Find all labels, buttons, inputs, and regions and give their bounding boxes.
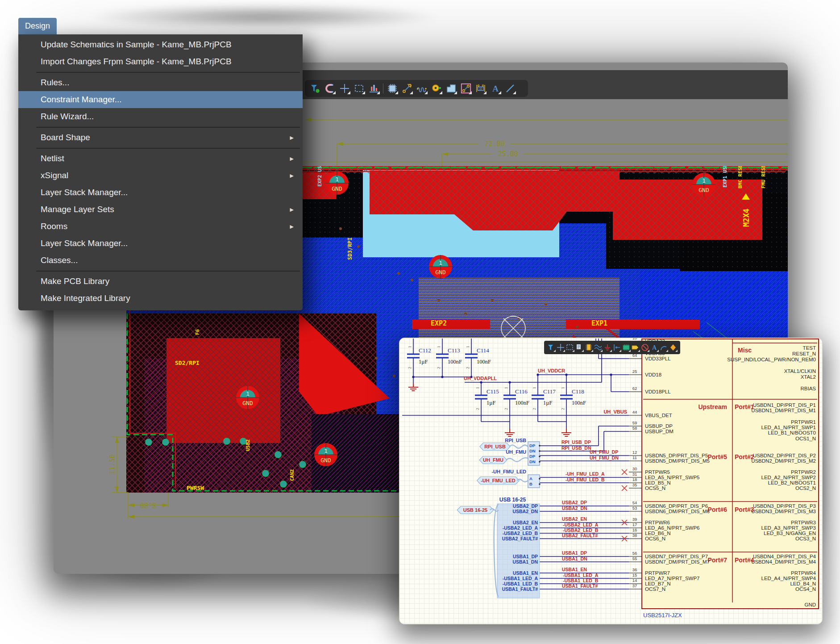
capacitor-c117[interactable]: C1171µF12 <box>532 387 556 410</box>
svg-text:-USBA2_LED_A: -USBA2_LED_A <box>503 525 538 531</box>
svg-text:LED_B2_N/BOOST1: LED_B2_N/BOOST1 <box>768 480 816 485</box>
svg-text:DN: DN <box>529 459 536 464</box>
schematic-panel[interactable]: C1121µF12C113100nF12C114100nF12C1151µF12… <box>399 338 823 624</box>
svg-text:LED_A1_N/PRT_SWP1: LED_A1_N/PRT_SWP1 <box>761 425 816 430</box>
menu-design[interactable]: Design <box>18 18 57 34</box>
svg-text:LED_B7_N: LED_B7_N <box>645 581 671 586</box>
toolbar-separator <box>383 84 383 93</box>
schematic-canvas[interactable]: C1121µF12C113100nF12C114100nF12C1151µF12… <box>399 338 823 624</box>
svg-text:RPI_USB_DP: RPI_USB_DP <box>561 439 591 445</box>
svg-text:USBA2_DN: USBA2_DN <box>512 509 538 514</box>
svg-text:USBDN4_DP/PRT_DIS_P4: USBDN4_DP/PRT_DIS_P4 <box>753 554 816 559</box>
svg-text:USBDN1_DP/PRT_DIS_P1: USBDN1_DP/PRT_DIS_P1 <box>753 402 816 408</box>
svg-text:USBDN6_DP/PRT_DIS_P6: USBDN6_DP/PRT_DIS_P6 <box>645 503 708 509</box>
svg-text:-UH_FMU_LED_A: -UH_FMU_LED_A <box>566 471 605 477</box>
ground-symbol <box>408 383 418 391</box>
probe-icon[interactable] <box>669 343 678 352</box>
no-erc-icon[interactable] <box>640 343 649 352</box>
polygon-icon[interactable] <box>445 83 457 94</box>
menu-item-import-changes-frpm-sample-kame-mb-prjpcb[interactable]: Import Changes Frpm Sample - Kame_MB.Prj… <box>18 53 303 70</box>
menu-item-board-shape[interactable]: Board Shape▶ <box>18 129 303 146</box>
svg-text:VBUS_DET: VBUS_DET <box>645 413 672 418</box>
capacitor-c114[interactable]: C114100nF12 <box>465 346 491 369</box>
menu-item-classes[interactable]: Classes... <box>18 252 303 269</box>
svg-text:C115: C115 <box>487 388 499 395</box>
svg-text:2: 2 <box>437 367 441 369</box>
net-tag-uh-fmu-led[interactable]: -UH_FMU_LED <box>477 477 520 485</box>
menu-separator <box>18 125 303 129</box>
menu-item-xsignal[interactable]: xSignal▶ <box>18 167 303 184</box>
svg-text:16: 16 <box>632 527 637 532</box>
menu-item-make-integrated-library[interactable]: Make Integrated Library <box>18 290 303 307</box>
chip-usb2517[interactable]: MiscUpstreamPort#1Port#5Port#2Port#6Port… <box>622 338 819 619</box>
svg-text:-USBA1_LED_B: -USBA1_LED_B <box>503 581 538 586</box>
capacitor-c112[interactable]: C1121µF12 <box>407 346 431 369</box>
net-label-icon[interactable] <box>631 343 640 352</box>
design-menu-panel: Update Schematics in Sample - Kame_MB.Pr… <box>18 34 303 310</box>
svg-text:PRTPWR2: PRTPWR2 <box>791 469 816 475</box>
route-icon[interactable] <box>401 83 413 94</box>
select-area-icon[interactable] <box>353 83 365 94</box>
menu-item-manage-layer-sets[interactable]: Manage Layer Sets▶ <box>18 201 303 218</box>
crosshair-icon[interactable] <box>556 343 565 352</box>
svg-text:USBA2_DP: USBA2_DP <box>562 500 587 505</box>
gnd-pad: 1GND <box>692 173 715 196</box>
ground-icon[interactable] <box>603 343 612 352</box>
capacitor-c113[interactable]: C113100nF12 <box>436 346 462 369</box>
capacitor-c118[interactable]: C118100nF12 <box>560 387 586 410</box>
align-icon[interactable] <box>368 83 380 94</box>
svg-text:15: 15 <box>632 573 637 577</box>
svg-text:SUSP_IND/LOCAL_PWR/NON_REM0: SUSP_IND/LOCAL_PWR/NON_REM0 <box>727 357 816 362</box>
svg-text:XTAL1/CLKIN: XTAL1/CLKIN <box>784 368 816 374</box>
svg-text:OCS3_N: OCS3_N <box>795 536 816 541</box>
interactive-route-icon[interactable] <box>416 83 428 94</box>
menu-item-constraint-manager[interactable]: Constraint Manager... <box>18 91 303 108</box>
menu-item-update-schematics-in-sample-kame-mb-prjpcb[interactable]: Update Schematics in Sample - Kame_MB.Pr… <box>18 36 303 53</box>
via-icon[interactable] <box>431 83 442 94</box>
menu-item-rules[interactable]: Rules... <box>18 74 303 91</box>
svg-text:OCS2_N: OCS2_N <box>795 485 816 491</box>
svg-text:USBUP_DP: USBUP_DP <box>645 423 673 429</box>
net-tag-uh-fmu[interactable]: UH_FMU <box>479 456 507 464</box>
dimension-icon[interactable]: 10 <box>475 83 487 94</box>
svg-text:LED_B4_N: LED_B4_N <box>790 581 816 586</box>
svg-text:1: 1 <box>475 387 480 389</box>
svg-text:LED_A3_N/PRT_SWP3: LED_A3_N/PRT_SWP3 <box>761 525 816 531</box>
selected-route-icon[interactable] <box>460 83 472 94</box>
menu-item-rule-wizard[interactable]: Rule Wizard... <box>18 108 303 125</box>
menu-item-netlist[interactable]: Netlist▶ <box>18 150 303 167</box>
part-icon[interactable] <box>622 343 631 352</box>
submenu-arrow-icon: ▶ <box>290 167 294 184</box>
filter-icon[interactable] <box>309 83 321 94</box>
menu-design-label: Design <box>25 21 50 31</box>
menu-item-layer-stack-manager[interactable]: Layer Stack Manager... <box>18 184 303 201</box>
svg-text:GND: GND <box>320 457 331 464</box>
line-icon[interactable] <box>504 83 516 94</box>
text-icon[interactable]: A <box>490 83 501 94</box>
select-area-icon[interactable] <box>566 343 574 352</box>
svg-text:USBA1_DP: USBA1_DP <box>562 550 587 556</box>
dimension-text: 8.80 <box>140 501 156 509</box>
svg-text:USBUP_DM: USBUP_DM <box>645 429 674 434</box>
wire-icon[interactable] <box>594 343 603 352</box>
crosshair-icon[interactable] <box>339 83 350 94</box>
component-icon[interactable] <box>584 343 593 352</box>
menu-item-layer-stack-manager[interactable]: Layer Stack Manager... <box>18 235 303 252</box>
net-tag-usb-16-25[interactable]: USB 16-25 <box>457 506 493 514</box>
align-icon[interactable] <box>575 343 584 352</box>
menu-item-rooms[interactable]: Rooms▶ <box>18 218 303 235</box>
text-icon[interactable]: A <box>650 343 659 352</box>
menu-item-make-pcb-library[interactable]: Make PCB Library <box>18 273 303 290</box>
measure-icon[interactable] <box>612 343 621 352</box>
arc-icon[interactable] <box>659 343 668 352</box>
menu-separator <box>18 146 303 150</box>
filter-icon[interactable] <box>547 343 556 352</box>
svg-text:TEST: TEST <box>803 345 816 351</box>
capacitor-c116[interactable]: C116100nF12 <box>503 387 529 410</box>
svg-text:1µF: 1µF <box>419 359 428 365</box>
magnet-icon[interactable] <box>324 83 336 94</box>
svg-text:UH_FMU: UH_FMU <box>506 449 526 455</box>
capacitor-c115[interactable]: C1151µF12 <box>475 387 499 410</box>
svg-text:-USBA2_LED_A: -USBA2_LED_A <box>563 522 599 527</box>
component-icon[interactable] <box>387 83 398 94</box>
